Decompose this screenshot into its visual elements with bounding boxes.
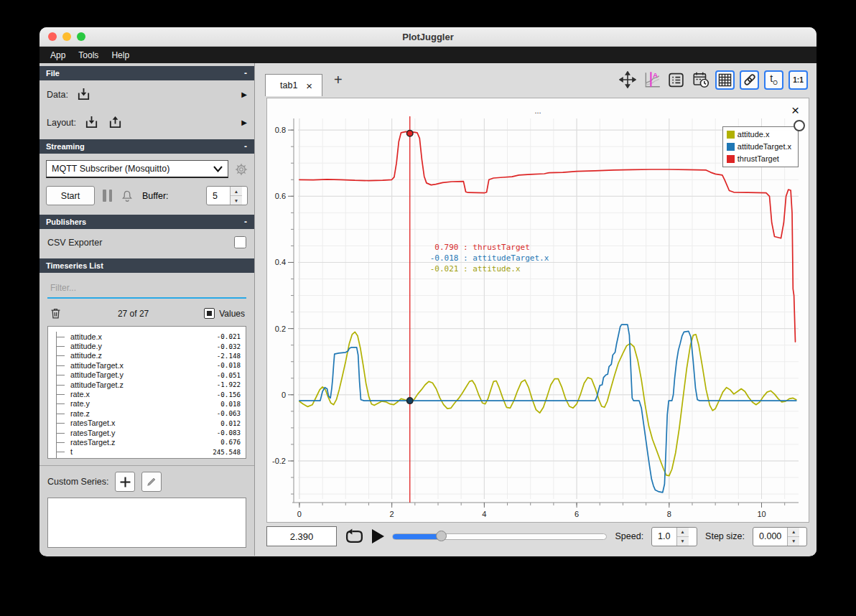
datetime-button[interactable] [691, 70, 710, 90]
minimize-window-button[interactable] [62, 32, 71, 41]
legend-label: attitude.x [738, 130, 770, 139]
streaming-section-header[interactable]: Streaming - [39, 139, 254, 154]
time-field[interactable]: 2.390 [266, 526, 337, 546]
pencil-icon [146, 476, 157, 487]
load-layout-icon[interactable] [83, 114, 100, 131]
spin-up-icon[interactable]: ▲ [231, 187, 242, 196]
spin-up-icon[interactable]: ▲ [677, 528, 689, 537]
filter-input[interactable] [49, 282, 245, 294]
timeseries-item[interactable]: ratesTarget.y-0.083 [56, 428, 241, 437]
svg-text:8: 8 [667, 510, 671, 518]
play-button[interactable] [372, 529, 384, 543]
tab-bar: tab1 × + [255, 63, 817, 96]
menu-tools[interactable]: Tools [72, 49, 105, 62]
file-section-header[interactable]: File - [39, 66, 254, 80]
plot-panel[interactable]: ... × 0246810-0.200.20.40.60.8 attitude.… [266, 98, 809, 523]
legend-item[interactable]: attitudeTarget.x [727, 142, 791, 151]
timeseries-value: -0.156 [217, 389, 241, 398]
link-axes-button[interactable] [740, 70, 759, 90]
legend-item[interactable]: attitude.x [727, 130, 791, 139]
timeseries-item[interactable]: attitudeTarget.z-1.922 [56, 380, 241, 389]
add-custom-series-button[interactable] [115, 472, 135, 492]
timeseries-count: 27 of 27 [62, 309, 204, 319]
edit-custom-series-button[interactable] [141, 472, 162, 492]
time-offset-button[interactable]: tO [764, 70, 783, 90]
streaming-source-select[interactable]: MQTT Subscriber (Mosquitto) [46, 160, 228, 178]
data-expand-arrow-icon[interactable]: ▶ [241, 90, 247, 98]
cursor-tracker-button[interactable]: A [642, 70, 661, 90]
plot-toolbar: A [618, 70, 808, 90]
timeline-slider[interactable] [392, 530, 607, 543]
legend-corner-circle-icon[interactable] [794, 120, 805, 131]
spin-down-icon[interactable]: ▼ [677, 537, 689, 546]
close-window-button[interactable] [48, 32, 57, 41]
streaming-controls-row: Start Buffer: 5 ▲▼ [39, 181, 254, 212]
menu-app[interactable]: App [44, 49, 72, 62]
layout-expand-arrow-icon[interactable]: ▶ [241, 118, 247, 126]
timeseries-name: ratesTarget.z [67, 437, 220, 447]
timeseries-item[interactable]: t245.548 [56, 447, 241, 457]
spin-down-icon[interactable]: ▼ [231, 196, 242, 205]
maximize-window-button[interactable] [77, 32, 85, 41]
publishers-section-header[interactable]: Publishers - [39, 215, 254, 229]
streaming-settings-gear-icon[interactable] [235, 163, 248, 176]
publishers-section-title: Publishers [46, 218, 86, 226]
timeseries-list[interactable]: attitude.x-0.021attitude.y-0.032attitude… [47, 326, 246, 459]
pause-icon[interactable] [103, 190, 112, 202]
spin-up-icon[interactable]: ▲ [788, 528, 799, 537]
timeseries-item[interactable]: attitudeTarget.x-0.018 [56, 360, 241, 370]
timeseries-item[interactable]: attitudeTarget.y-0.051 [56, 370, 241, 380]
ratio-button[interactable]: 1:1 [788, 70, 808, 90]
collapse-icon[interactable]: - [244, 141, 247, 151]
menu-bar: App Tools Help [39, 47, 817, 63]
timeseries-value: -1.922 [217, 380, 241, 389]
timeseries-section-header[interactable]: Timeseries List [39, 258, 254, 273]
grid-toggle-button[interactable] [715, 70, 735, 90]
menu-help[interactable]: Help [105, 49, 136, 62]
timeseries-item[interactable]: ratesTarget.z0.676 [56, 437, 241, 447]
timeseries-item[interactable]: rate.z-0.063 [56, 409, 241, 418]
save-layout-icon[interactable] [107, 114, 124, 131]
timeseries-name: attitudeTarget.x [67, 360, 217, 370]
timeseries-item[interactable]: attitude.x-0.021 [56, 332, 241, 341]
plot-legend[interactable]: attitude.xattitudeTarget.xthrustTarget [722, 126, 799, 167]
timeseries-name: t [67, 447, 213, 457]
start-button[interactable]: Start [46, 186, 95, 205]
main-area: tab1 × + [255, 63, 817, 556]
loop-button[interactable] [345, 528, 364, 545]
timeline-slider-fill [393, 534, 442, 539]
tab-tab1[interactable]: tab1 × [265, 74, 322, 96]
step-size-spinbox[interactable]: 0.000 ▲▼ [753, 527, 807, 546]
legend-swatch-icon [727, 131, 735, 139]
buffer-spinbox[interactable]: 5 ▲▼ [206, 186, 248, 205]
timeseries-item[interactable]: rate.y0.018 [56, 399, 241, 409]
timeseries-item[interactable]: thrustTarget0.79 [56, 457, 241, 459]
legend-item[interactable]: thrustTarget [727, 154, 791, 163]
notifications-bell-icon[interactable] [120, 189, 134, 203]
timeseries-item[interactable]: attitude.y-0.032 [56, 341, 241, 350]
custom-series-listbox[interactable] [47, 498, 246, 548]
timeseries-item[interactable]: ratesTarget.x0.012 [56, 419, 241, 428]
tab-close-icon[interactable]: × [306, 80, 312, 91]
plot-close-icon[interactable]: × [791, 103, 799, 117]
timeseries-name: rate.y [67, 399, 220, 409]
layout-row: Layout: ▶ [39, 108, 254, 136]
speed-spinbox[interactable]: 1.0 ▲▼ [651, 527, 697, 546]
timeseries-item[interactable]: attitude.z-2.148 [56, 351, 241, 360]
collapse-icon[interactable]: - [244, 217, 247, 227]
data-row: Data: ▶ [39, 80, 254, 108]
timeseries-name: attitude.x [67, 332, 217, 341]
drag-mode-button[interactable] [618, 70, 637, 90]
tree-branch-icon [56, 437, 67, 447]
csv-exporter-checkbox[interactable] [234, 236, 246, 248]
load-data-icon[interactable] [75, 86, 92, 103]
trash-icon[interactable] [49, 307, 62, 320]
spin-down-icon[interactable]: ▼ [788, 537, 799, 546]
values-checkbox[interactable] [204, 308, 215, 319]
collapse-icon[interactable]: - [244, 68, 247, 78]
tree-branch-icon [56, 399, 67, 409]
timeline-slider-handle[interactable] [436, 531, 447, 541]
add-tab-button[interactable]: + [334, 73, 343, 87]
timeseries-item[interactable]: rate.x-0.156 [56, 389, 241, 398]
legend-toggle-button[interactable] [666, 70, 686, 90]
